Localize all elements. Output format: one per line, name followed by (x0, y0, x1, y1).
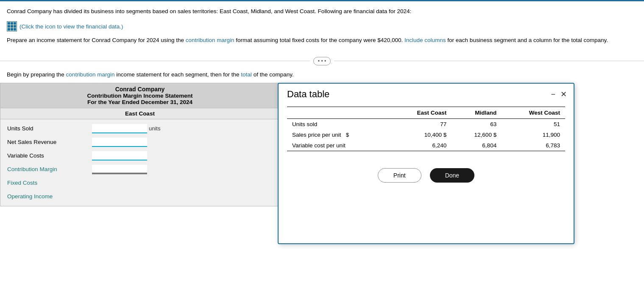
minimize-button[interactable]: − (551, 90, 555, 98)
units-input-group: units (92, 124, 160, 133)
divider-button[interactable]: • • • (313, 57, 331, 65)
row-midland-sales: 12,600 $ (452, 130, 502, 140)
net-sales-row: Net Sales Revenue (7, 136, 273, 148)
contribution-margin-row: Contribution Margin (7, 163, 273, 175)
row-midland-variable: 6,804 (452, 140, 502, 151)
divider-line-right (334, 61, 644, 61)
table-row: Variable cost per unit 6,240 6,804 6,783 (287, 140, 565, 151)
col-header-label (287, 107, 390, 118)
stmt-date: For the Year Ended December 31, 2024 (2, 99, 278, 105)
icon-link-text: (Click the icon to view the financial da… (20, 23, 123, 30)
row-label-variable: Variable cost per unit (287, 140, 390, 151)
units-label: units (149, 125, 160, 132)
row-east-variable: 6,240 (390, 140, 452, 151)
data-table: East Coast Midland West Coast Units sold… (287, 107, 565, 151)
contribution-margin-label: Contribution Margin (7, 166, 92, 172)
net-sales-input[interactable] (92, 138, 147, 147)
units-sold-label: Units Sold (7, 125, 92, 132)
row-east-units: 77 (390, 118, 452, 130)
operating-income-label: Operating Income (7, 193, 92, 200)
divider-section: • • • (0, 57, 644, 65)
units-sold-row: Units Sold units (7, 123, 273, 135)
col-header-west: West Coast (502, 107, 565, 118)
units-sold-input[interactable] (92, 124, 147, 133)
highlight-include: Include columns (404, 37, 446, 43)
data-table-wrapper: East Coast Midland West Coast Units sold… (279, 103, 574, 158)
table-row: Sales price per unit $ 10,400 $ 12,600 $… (287, 130, 565, 140)
company-name: Conrad Company (2, 86, 278, 93)
divider-line-left (0, 61, 310, 61)
row-label-units: Units sold (287, 118, 390, 130)
data-modal: Data table − ✕ East Coast Midland West C… (278, 83, 574, 244)
variable-costs-row: Variable Costs (7, 150, 273, 162)
stmt-title: Contribution Margin Income Statement (2, 93, 278, 99)
row-west-variable: 6,783 (502, 140, 565, 151)
is-col-header: East Coast (0, 108, 279, 119)
is-header: Conrad Company Contribution Margin Incom… (0, 83, 279, 108)
close-button[interactable]: ✕ (560, 90, 567, 98)
variable-costs-label: Variable Costs (7, 152, 92, 159)
top-section: Conrad Company has divided its business … (0, 0, 644, 49)
intro-description: Conrad Company has divided its business … (7, 7, 637, 16)
row-east-sales: 10,400 $ (390, 130, 452, 140)
prepare-text: Prepare an income statement for Conrad C… (7, 36, 637, 45)
col-header-midland: Midland (452, 107, 502, 118)
fixed-costs-row: Fixed Costs (7, 177, 273, 189)
grid-icon (7, 21, 17, 31)
modal-controls: − ✕ (551, 90, 567, 98)
row-west-sales: 11,900 (502, 130, 565, 140)
row-label-sales: Sales price per unit $ (287, 130, 390, 140)
operating-income-row: Operating Income (7, 191, 273, 203)
icon-link[interactable]: (Click the icon to view the financial da… (7, 21, 123, 31)
main-area: Conrad Company Contribution Margin Incom… (0, 83, 644, 206)
modal-footer: Print Done (279, 158, 574, 191)
done-button[interactable]: Done (430, 168, 474, 183)
highlight-cm: contribution margin (66, 71, 115, 78)
modal-title: Data table (287, 89, 329, 100)
is-body: Units Sold units Net Sales Revenue Varia… (0, 119, 279, 206)
table-row: Units sold 77 63 51 (287, 118, 565, 130)
fixed-costs-label: Fixed Costs (7, 180, 92, 186)
variable-costs-input[interactable] (92, 151, 147, 161)
row-midland-units: 63 (452, 118, 502, 130)
contribution-margin-input[interactable] (92, 165, 147, 174)
income-statement: Conrad Company Contribution Margin Incom… (0, 83, 280, 206)
modal-title-bar: Data table − ✕ (279, 84, 574, 103)
begin-text: Begin by preparing the contribution marg… (0, 71, 644, 78)
highlight-contribution: contribution margin (186, 37, 234, 43)
col-header-east: East Coast (390, 107, 452, 118)
row-west-units: 51 (502, 118, 565, 130)
highlight-total: total (241, 71, 252, 78)
net-sales-label: Net Sales Revenue (7, 139, 92, 145)
print-button[interactable]: Print (378, 168, 421, 183)
